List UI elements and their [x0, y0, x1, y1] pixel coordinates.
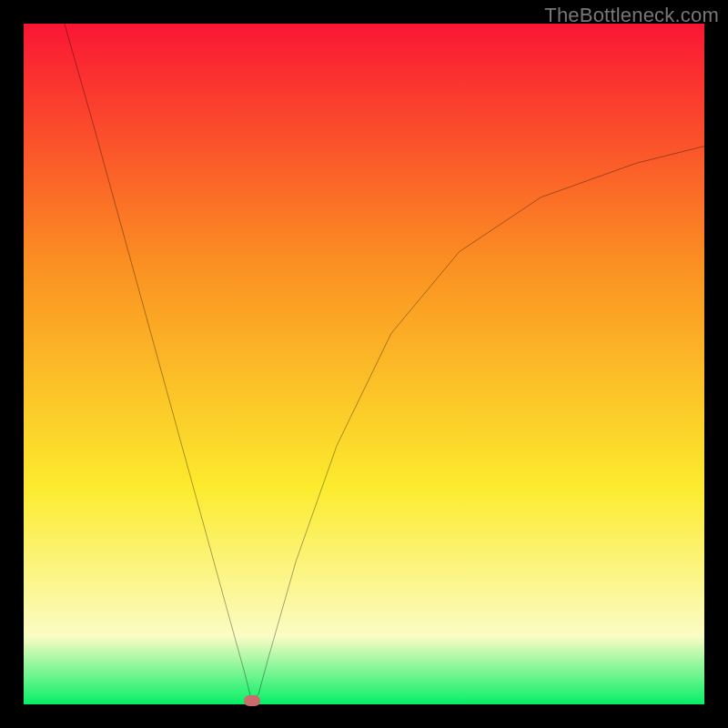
gradient-background: [24, 24, 704, 704]
plot-area: [24, 24, 704, 704]
chart-frame: TheBottleneck.com: [0, 0, 728, 728]
plot-svg: [24, 24, 704, 704]
watermark-text: TheBottleneck.com: [544, 4, 719, 27]
